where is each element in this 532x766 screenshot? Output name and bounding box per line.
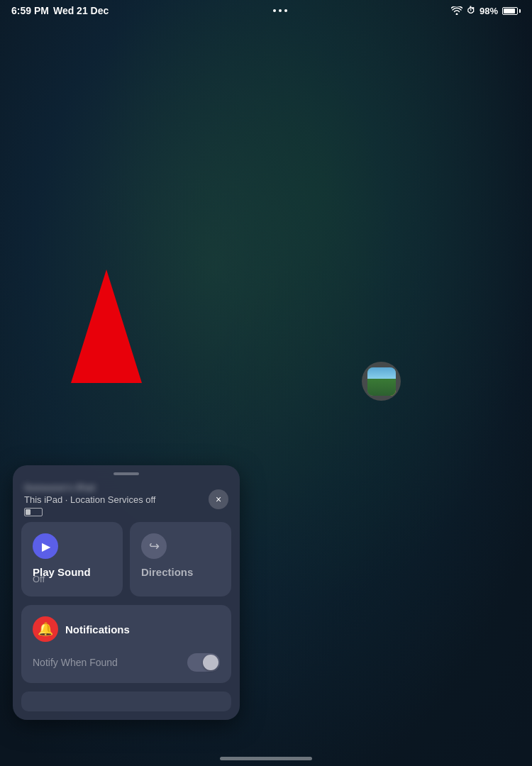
notify-when-found-label: Notify When Found xyxy=(33,657,118,668)
app-thumb-sky xyxy=(367,367,396,379)
play-icon-circle: ▶ xyxy=(33,533,58,559)
notifications-icon-circle: 🔔 xyxy=(33,616,58,642)
device-name: Someone's iPad xyxy=(24,482,155,493)
status-center xyxy=(273,9,287,12)
dot-3 xyxy=(284,9,287,12)
play-sound-button[interactable]: ▶ Play Sound Off xyxy=(21,522,123,596)
panel-battery-body xyxy=(24,508,43,516)
play-sound-label: Play Sound Off xyxy=(33,566,91,584)
status-time-date: 6:59 PM Wed 21 Dec xyxy=(11,5,109,16)
device-popup-panel: Someone's iPad This iPad · Location Serv… xyxy=(13,465,240,720)
bell-icon: 🔔 xyxy=(38,621,53,637)
panel-battery-fill xyxy=(26,509,31,515)
dot-2 xyxy=(279,9,282,12)
floating-app-icon[interactable] xyxy=(362,362,401,401)
clock-icon: ⏱ xyxy=(467,6,475,16)
app-thumbnail xyxy=(367,367,396,396)
battery-percent: 98% xyxy=(480,6,498,16)
play-icon: ▶ xyxy=(42,540,50,553)
home-indicator xyxy=(220,757,312,760)
directions-icon: ↪ xyxy=(149,538,160,554)
actions-grid: ▶ Play Sound Off ↪ Directions xyxy=(13,522,240,605)
status-bar: 6:59 PM Wed 21 Dec ⏱ 98% xyxy=(0,0,532,21)
notifications-section: 🔔 Notifications Notify When Found xyxy=(21,605,231,683)
toggle-knob xyxy=(203,655,218,670)
dot-1 xyxy=(273,9,276,12)
status-indicators: ⏱ 98% xyxy=(451,6,521,16)
battery-fill xyxy=(504,9,515,13)
panel-battery-indicator xyxy=(24,508,155,516)
panel-header: Someone's iPad This iPad · Location Serv… xyxy=(13,475,240,522)
battery-tip xyxy=(519,9,521,13)
notifications-label: Notifications xyxy=(65,623,130,635)
directions-icon-circle: ↪ xyxy=(141,533,167,559)
directions-button[interactable]: ↪ Directions xyxy=(130,522,231,596)
battery-icon xyxy=(502,7,521,15)
bottom-section-hint xyxy=(21,692,231,711)
wifi-icon xyxy=(451,6,462,15)
map-marker-triangle xyxy=(71,270,142,383)
close-button[interactable]: × xyxy=(209,489,228,509)
panel-title-area: Someone's iPad This iPad · Location Serv… xyxy=(24,482,155,516)
status-date: Wed 21 Dec xyxy=(53,5,109,16)
app-thumb-ground xyxy=(367,379,396,396)
directions-label: Directions xyxy=(141,566,193,578)
notifications-header: 🔔 Notifications xyxy=(33,616,220,642)
notify-when-found-row: Notify When Found xyxy=(33,653,220,672)
status-time: 6:59 PM xyxy=(11,5,49,16)
device-subtitle: This iPad · Location Services off xyxy=(24,494,155,505)
battery-body xyxy=(502,7,518,15)
notify-when-found-toggle[interactable] xyxy=(187,653,220,672)
